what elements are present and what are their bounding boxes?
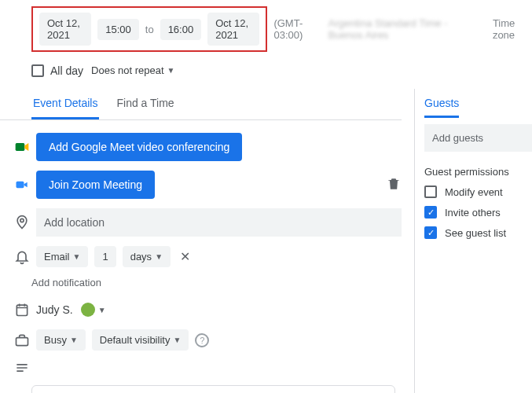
zoom-icon (14, 177, 30, 193)
svg-rect-3 (17, 305, 27, 315)
owner-name: Judy S. (36, 303, 73, 316)
invite-others-checkbox[interactable]: ✓ (424, 206, 437, 219)
start-date[interactable]: Oct 12, 2021 (39, 13, 91, 46)
remove-notification-icon[interactable]: ✕ (177, 249, 193, 264)
allday-label: All day (50, 64, 83, 77)
repeat-dropdown[interactable]: Does not repeat ▼ (90, 61, 176, 79)
tz-name: Argentina Standard Time - Buenos Aires (328, 17, 480, 41)
bell-icon (14, 249, 30, 265)
description-editor[interactable]: B I U (31, 385, 395, 393)
end-date[interactable]: Oct 12, 2021 (207, 13, 259, 46)
svg-point-2 (20, 219, 24, 222)
calendar-icon (14, 302, 30, 318)
add-notification-button[interactable]: Add notification (0, 277, 402, 288)
datetime-range: Oct 12, 2021 15:00 to 16:00 Oct 12, 2021 (31, 6, 267, 52)
tab-event-details[interactable]: Event Details (31, 89, 99, 119)
chevron-down-icon: ▼ (167, 66, 175, 75)
join-zoom-button[interactable]: Join Zoom Meeting (36, 171, 155, 199)
allday-checkbox[interactable] (31, 64, 44, 77)
availability-dropdown[interactable]: Busy▼ (36, 329, 86, 351)
start-time[interactable]: 15:00 (97, 19, 139, 40)
invite-others-label: Invite others (445, 207, 501, 219)
svg-rect-4 (17, 337, 28, 345)
see-guest-list-checkbox[interactable]: ✓ (424, 226, 437, 239)
visibility-dropdown[interactable]: Default visibility▼ (92, 329, 189, 351)
modify-event-checkbox[interactable] (424, 185, 437, 198)
tz-label[interactable]: Time zone (493, 17, 532, 41)
location-icon (14, 215, 30, 230)
see-guest-list-label: See guest list (445, 227, 506, 239)
tz-offset: (GMT-03:00) (273, 17, 321, 41)
delete-conferencing-icon[interactable] (386, 176, 402, 194)
location-input[interactable]: Add location (36, 208, 402, 237)
tab-find-a-time[interactable]: Find a Time (115, 89, 175, 119)
guests-header: Guests (424, 89, 459, 118)
end-time[interactable]: 16:00 (160, 19, 202, 40)
help-icon[interactable]: ? (195, 333, 209, 347)
google-meet-icon (14, 139, 30, 155)
svg-rect-1 (17, 182, 24, 188)
guest-permissions-title: Guest permissions (424, 166, 532, 178)
svg-rect-0 (16, 143, 25, 151)
briefcase-icon (14, 332, 30, 348)
add-guests-input[interactable]: Add guests (424, 124, 532, 152)
modify-event-label: Modify event (445, 186, 503, 198)
add-google-meet-button[interactable]: Add Google Meet video conferencing (36, 133, 242, 161)
to-label: to (145, 24, 154, 35)
notif-count-input[interactable]: 1 (94, 246, 116, 267)
description-icon (14, 360, 30, 376)
notif-unit-dropdown[interactable]: days▼ (123, 246, 171, 267)
calendar-color-swatch (81, 303, 95, 317)
notif-method-dropdown[interactable]: Email▼ (36, 246, 88, 267)
calendar-color-dropdown[interactable]: ▼ (79, 299, 108, 320)
